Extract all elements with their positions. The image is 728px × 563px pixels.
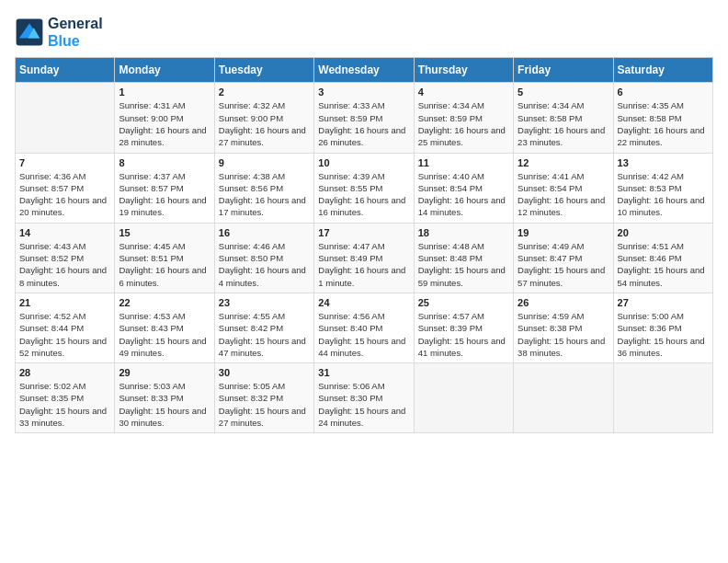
day-info: Sunrise: 4:57 AM Sunset: 8:39 PM Dayligh…: [418, 310, 509, 359]
calendar-cell: [514, 363, 613, 433]
day-info: Sunrise: 4:47 AM Sunset: 8:49 PM Dayligh…: [318, 240, 409, 289]
day-info: Sunrise: 4:56 AM Sunset: 8:40 PM Dayligh…: [318, 310, 409, 359]
calendar-table: SundayMondayTuesdayWednesdayThursdayFrid…: [15, 57, 713, 433]
day-info: Sunrise: 4:53 AM Sunset: 8:43 PM Dayligh…: [119, 310, 210, 359]
day-number: 22: [119, 297, 210, 308]
day-number: 29: [119, 367, 210, 378]
day-info: Sunrise: 4:46 AM Sunset: 8:50 PM Dayligh…: [219, 240, 310, 289]
day-number: 1: [119, 86, 210, 98]
day-number: 30: [219, 367, 310, 378]
day-number: 2: [219, 86, 310, 98]
weekday-header-thursday: Thursday: [414, 58, 513, 83]
weekday-header-wednesday: Wednesday: [314, 58, 414, 83]
day-info: Sunrise: 5:05 AM Sunset: 8:32 PM Dayligh…: [219, 380, 310, 429]
day-info: Sunrise: 4:52 AM Sunset: 8:44 PM Dayligh…: [19, 310, 110, 359]
day-number: 8: [119, 157, 210, 168]
day-info: Sunrise: 4:33 AM Sunset: 8:59 PM Dayligh…: [318, 99, 409, 148]
calendar-cell: 10 Sunrise: 4:39 AM Sunset: 8:55 PM Dayl…: [314, 153, 414, 223]
calendar-cell: 27 Sunrise: 5:00 AM Sunset: 8:36 PM Dayl…: [613, 293, 712, 362]
day-number: 28: [19, 367, 110, 378]
calendar-cell: 8 Sunrise: 4:37 AM Sunset: 8:57 PM Dayli…: [115, 153, 214, 223]
day-info: Sunrise: 4:41 AM Sunset: 8:54 PM Dayligh…: [518, 170, 609, 219]
day-number: 21: [19, 297, 110, 308]
calendar-cell: 4 Sunrise: 4:34 AM Sunset: 8:59 PM Dayli…: [414, 83, 513, 153]
day-number: 27: [618, 297, 709, 308]
week-row-2: 14 Sunrise: 4:43 AM Sunset: 8:52 PM Dayl…: [16, 223, 713, 293]
calendar-cell: 29 Sunrise: 5:03 AM Sunset: 8:33 PM Dayl…: [115, 363, 214, 433]
calendar-cell: 11 Sunrise: 4:40 AM Sunset: 8:54 PM Dayl…: [414, 153, 513, 223]
weekday-header-friday: Friday: [514, 58, 613, 83]
day-info: Sunrise: 4:31 AM Sunset: 9:00 PM Dayligh…: [119, 99, 210, 148]
calendar-cell: 28 Sunrise: 5:02 AM Sunset: 8:35 PM Dayl…: [16, 363, 115, 433]
week-row-3: 21 Sunrise: 4:52 AM Sunset: 8:44 PM Dayl…: [16, 293, 713, 362]
day-info: Sunrise: 5:03 AM Sunset: 8:33 PM Dayligh…: [119, 380, 210, 429]
calendar-cell: 31 Sunrise: 5:06 AM Sunset: 8:30 PM Dayl…: [314, 363, 414, 433]
calendar-cell: 9 Sunrise: 4:38 AM Sunset: 8:56 PM Dayli…: [214, 153, 313, 223]
day-info: Sunrise: 4:45 AM Sunset: 8:51 PM Dayligh…: [119, 240, 210, 289]
day-info: Sunrise: 4:55 AM Sunset: 8:42 PM Dayligh…: [219, 310, 310, 359]
calendar-cell: 2 Sunrise: 4:32 AM Sunset: 9:00 PM Dayli…: [214, 83, 313, 153]
day-info: Sunrise: 4:51 AM Sunset: 8:46 PM Dayligh…: [618, 240, 709, 289]
calendar-cell: 12 Sunrise: 4:41 AM Sunset: 8:54 PM Dayl…: [514, 153, 613, 223]
day-number: 16: [219, 227, 310, 238]
day-number: 14: [19, 227, 110, 238]
day-number: 15: [119, 227, 210, 238]
day-number: 31: [318, 367, 409, 378]
day-number: 10: [318, 157, 409, 168]
day-number: 17: [318, 227, 409, 238]
day-info: Sunrise: 4:36 AM Sunset: 8:57 PM Dayligh…: [19, 170, 110, 219]
day-number: 25: [418, 297, 509, 308]
calendar-cell: 23 Sunrise: 4:55 AM Sunset: 8:42 PM Dayl…: [214, 293, 313, 362]
calendar-cell: 20 Sunrise: 4:51 AM Sunset: 8:46 PM Dayl…: [613, 223, 712, 293]
day-info: Sunrise: 4:39 AM Sunset: 8:55 PM Dayligh…: [318, 170, 409, 219]
day-number: 5: [518, 86, 609, 98]
day-number: 4: [418, 86, 509, 98]
day-info: Sunrise: 5:02 AM Sunset: 8:35 PM Dayligh…: [19, 380, 110, 429]
weekday-header-row: SundayMondayTuesdayWednesdayThursdayFrid…: [16, 58, 713, 83]
calendar-cell: 26 Sunrise: 4:59 AM Sunset: 8:38 PM Dayl…: [514, 293, 613, 362]
day-info: Sunrise: 4:32 AM Sunset: 9:00 PM Dayligh…: [219, 99, 310, 148]
calendar-cell: 24 Sunrise: 4:56 AM Sunset: 8:40 PM Dayl…: [314, 293, 414, 362]
calendar-cell: 13 Sunrise: 4:42 AM Sunset: 8:53 PM Dayl…: [613, 153, 712, 223]
day-number: 7: [19, 157, 110, 168]
calendar-cell: 19 Sunrise: 4:49 AM Sunset: 8:47 PM Dayl…: [514, 223, 613, 293]
day-number: 13: [618, 157, 709, 168]
day-info: Sunrise: 4:34 AM Sunset: 8:58 PM Dayligh…: [518, 99, 609, 148]
day-info: Sunrise: 4:42 AM Sunset: 8:53 PM Dayligh…: [618, 170, 709, 219]
day-info: Sunrise: 5:00 AM Sunset: 8:36 PM Dayligh…: [618, 310, 709, 359]
day-number: 12: [518, 157, 609, 168]
day-info: Sunrise: 4:34 AM Sunset: 8:59 PM Dayligh…: [418, 99, 509, 148]
weekday-header-saturday: Saturday: [613, 58, 712, 83]
day-number: 23: [219, 297, 310, 308]
day-number: 19: [518, 227, 609, 238]
calendar-cell: 25 Sunrise: 4:57 AM Sunset: 8:39 PM Dayl…: [414, 293, 513, 362]
week-row-4: 28 Sunrise: 5:02 AM Sunset: 8:35 PM Dayl…: [16, 363, 713, 433]
weekday-header-tuesday: Tuesday: [214, 58, 313, 83]
header: General Blue: [15, 15, 713, 50]
day-info: Sunrise: 4:59 AM Sunset: 8:38 PM Dayligh…: [518, 310, 609, 359]
day-number: 24: [318, 297, 409, 308]
day-info: Sunrise: 4:35 AM Sunset: 8:58 PM Dayligh…: [618, 99, 709, 148]
day-number: 9: [219, 157, 310, 168]
calendar-cell: 17 Sunrise: 4:47 AM Sunset: 8:49 PM Dayl…: [314, 223, 414, 293]
day-info: Sunrise: 4:49 AM Sunset: 8:47 PM Dayligh…: [518, 240, 609, 289]
calendar-cell: 18 Sunrise: 4:48 AM Sunset: 8:48 PM Dayl…: [414, 223, 513, 293]
day-info: Sunrise: 4:37 AM Sunset: 8:57 PM Dayligh…: [119, 170, 210, 219]
calendar-cell: [613, 363, 712, 433]
calendar-cell: 22 Sunrise: 4:53 AM Sunset: 8:43 PM Dayl…: [115, 293, 214, 362]
logo: General Blue: [15, 15, 103, 50]
day-number: 6: [618, 86, 709, 98]
calendar-cell: 30 Sunrise: 5:05 AM Sunset: 8:32 PM Dayl…: [214, 363, 313, 433]
calendar-cell: 21 Sunrise: 4:52 AM Sunset: 8:44 PM Dayl…: [16, 293, 115, 362]
day-info: Sunrise: 4:38 AM Sunset: 8:56 PM Dayligh…: [219, 170, 310, 219]
week-row-1: 7 Sunrise: 4:36 AM Sunset: 8:57 PM Dayli…: [16, 153, 713, 223]
day-info: Sunrise: 5:06 AM Sunset: 8:30 PM Dayligh…: [318, 380, 409, 429]
calendar-cell: 5 Sunrise: 4:34 AM Sunset: 8:58 PM Dayli…: [514, 83, 613, 153]
day-info: Sunrise: 4:40 AM Sunset: 8:54 PM Dayligh…: [418, 170, 509, 219]
day-info: Sunrise: 4:48 AM Sunset: 8:48 PM Dayligh…: [418, 240, 509, 289]
calendar-cell: [16, 83, 115, 153]
logo-icon: [15, 17, 44, 47]
weekday-header-monday: Monday: [115, 58, 214, 83]
calendar-cell: [414, 363, 513, 433]
calendar-cell: 3 Sunrise: 4:33 AM Sunset: 8:59 PM Dayli…: [314, 83, 414, 153]
